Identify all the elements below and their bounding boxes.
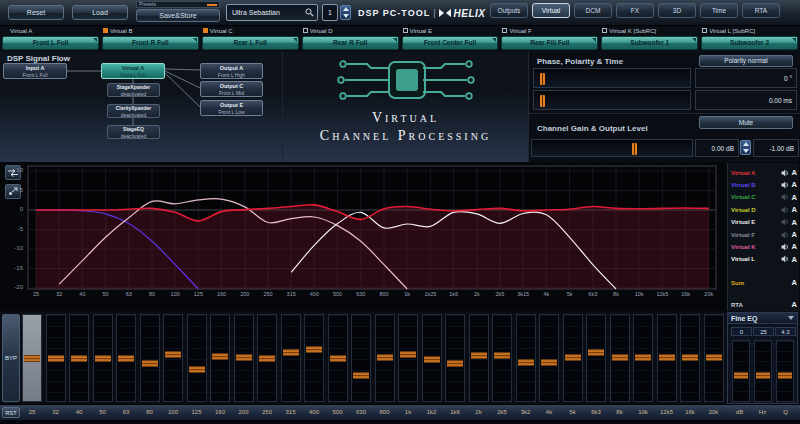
eq-band-slider-100[interactable] [163, 314, 183, 402]
legend-channel-label[interactable]: Sum [731, 280, 789, 286]
legend-row-rta[interactable]: RTAA [731, 299, 797, 310]
eq-band-slider-5k[interactable] [563, 314, 583, 402]
step-down-icon[interactable] [343, 14, 349, 18]
phase-slider[interactable] [533, 68, 691, 88]
auto-badge[interactable]: A [792, 230, 797, 239]
eq-band-handle[interactable] [588, 349, 604, 356]
eq-band-handle[interactable] [706, 354, 722, 361]
eq-band-slider-315[interactable] [281, 314, 301, 402]
auto-badge[interactable]: A [792, 242, 797, 251]
gain-step-down-icon[interactable] [743, 149, 749, 153]
fine-eq-header[interactable]: Fine EQ [728, 313, 797, 324]
channel-output-button[interactable]: Front Center Full [402, 36, 499, 50]
legend-row-sum[interactable]: SumA [731, 277, 797, 288]
legend-channel-label[interactable]: Virtual D [731, 207, 781, 213]
eq-band-handle[interactable] [659, 354, 675, 361]
channel-output-button[interactable]: Front L Full [2, 36, 99, 50]
device-number-field[interactable]: 1 [322, 4, 338, 21]
eq-band-slider-250[interactable] [257, 314, 277, 402]
eq-band-slider-4k[interactable] [539, 314, 559, 402]
legend-row-virtual-l[interactable]: Virtual LA [731, 254, 797, 265]
auto-badge[interactable]: A [792, 168, 797, 177]
legend-channel-label[interactable]: Virtual K [731, 244, 781, 250]
eq-band-slider-80[interactable] [140, 314, 160, 402]
speaker-icon[interactable] [781, 169, 789, 177]
eq-bypass-button[interactable]: BYP [2, 314, 20, 402]
flow-clarityxpander[interactable]: ClarityXpander deactivated [107, 104, 160, 118]
eq-band-slider-32[interactable] [46, 314, 66, 402]
legend-row-virtual-b[interactable]: Virtual BA [731, 179, 797, 190]
eq-band-handle[interactable] [471, 352, 487, 359]
flow-stagexpander[interactable]: StageXpander deactivated [107, 83, 160, 97]
channel-checkbox[interactable] [403, 28, 408, 33]
mute-button[interactable]: Mute [699, 116, 793, 129]
gain-stepper[interactable] [740, 140, 751, 155]
fine-eq-db-handle[interactable] [734, 372, 748, 379]
gain-step-up-icon[interactable] [743, 142, 749, 146]
eq-band-slider-160[interactable] [210, 314, 230, 402]
presets-dropdown[interactable]: Presets [136, 1, 220, 8]
eq-band-slider-500[interactable] [328, 314, 348, 402]
speaker-icon[interactable] [781, 243, 789, 251]
eq-band-handle[interactable] [565, 354, 581, 361]
nav-time[interactable]: Time [700, 3, 738, 18]
eq-band-slider-20k[interactable] [704, 314, 724, 402]
fine-eq-hz-value[interactable]: 25 [753, 327, 774, 336]
nav-dcm[interactable]: DCM [574, 3, 612, 18]
eq-band-slider-50[interactable] [93, 314, 113, 402]
auto-badge[interactable]: A [792, 278, 797, 287]
eq-band-handle[interactable] [95, 355, 111, 362]
delay-value[interactable]: 0.00 ms [695, 90, 797, 110]
legend-channel-label[interactable]: Virtual F [731, 232, 781, 238]
gain-slider-handle[interactable] [632, 143, 637, 155]
step-up-icon[interactable] [343, 7, 349, 11]
delay-slider[interactable] [533, 90, 691, 110]
speaker-icon[interactable] [781, 206, 789, 214]
nav-virtual[interactable]: Virtual [532, 3, 570, 18]
eq-band-handle[interactable] [236, 354, 252, 361]
gain-slider[interactable] [531, 139, 693, 157]
speaker-icon[interactable] [781, 231, 789, 239]
legend-channel-label[interactable]: Virtual B [731, 182, 781, 188]
flow-output-a[interactable]: Output A Front L High [200, 63, 263, 79]
eq-band-slider-2k[interactable] [469, 314, 489, 402]
eq-band-slider-800[interactable] [375, 314, 395, 402]
legend-channel-label[interactable]: RTA [731, 302, 789, 308]
legend-channel-label[interactable]: Virtual E [731, 219, 781, 225]
channel-checkbox[interactable] [502, 28, 507, 33]
legend-row-virtual-c[interactable]: Virtual CA [731, 192, 797, 203]
eq-band-handle[interactable] [189, 366, 205, 373]
eq-band-handle[interactable] [48, 355, 64, 362]
legend-row-virtual-a[interactable]: Virtual AA [731, 167, 797, 178]
channel-output-button[interactable]: Subwoofer 1 [601, 36, 698, 50]
eq-band-slider-400[interactable] [304, 314, 324, 402]
legend-row-virtual-f[interactable]: Virtual FA [731, 229, 797, 240]
nav-fx[interactable]: FX [616, 3, 654, 18]
eq-band-slider-2k5[interactable] [492, 314, 512, 402]
delay-slider-handle[interactable] [540, 95, 545, 107]
nav-rta[interactable]: RTA [742, 3, 780, 18]
eq-band-handle[interactable] [118, 355, 134, 362]
phase-slider-handle[interactable] [540, 73, 545, 85]
legend-row-virtual-k[interactable]: Virtual KA [731, 241, 797, 252]
eq-band-handle[interactable] [541, 359, 557, 366]
eq-band-handle[interactable] [259, 355, 275, 362]
eq-band-handle[interactable] [447, 360, 463, 367]
eq-plot-area[interactable] [26, 163, 722, 296]
eq-band-slider-200[interactable] [234, 314, 254, 402]
eq-band-handle[interactable] [24, 355, 40, 362]
eq-band-slider-10k[interactable] [633, 314, 653, 402]
auto-badge[interactable]: A [792, 300, 797, 309]
eq-reset-button[interactable]: RST [2, 407, 20, 418]
eq-band-handle[interactable] [165, 351, 181, 358]
channel-output-button[interactable]: Rear L Full [202, 36, 299, 50]
eq-band-slider-63[interactable] [116, 314, 136, 402]
flow-input-a[interactable]: Input A Front L Full [3, 63, 67, 79]
polarity-button[interactable]: Polarity normal [699, 55, 793, 67]
auto-badge[interactable]: A [792, 205, 797, 214]
reset-button[interactable]: Reset [8, 5, 64, 20]
channel-checkbox[interactable] [602, 28, 607, 33]
eq-band-handle[interactable] [400, 351, 416, 358]
setup-name-input[interactable] [230, 8, 305, 17]
eq-band-slider-8k[interactable] [610, 314, 630, 402]
